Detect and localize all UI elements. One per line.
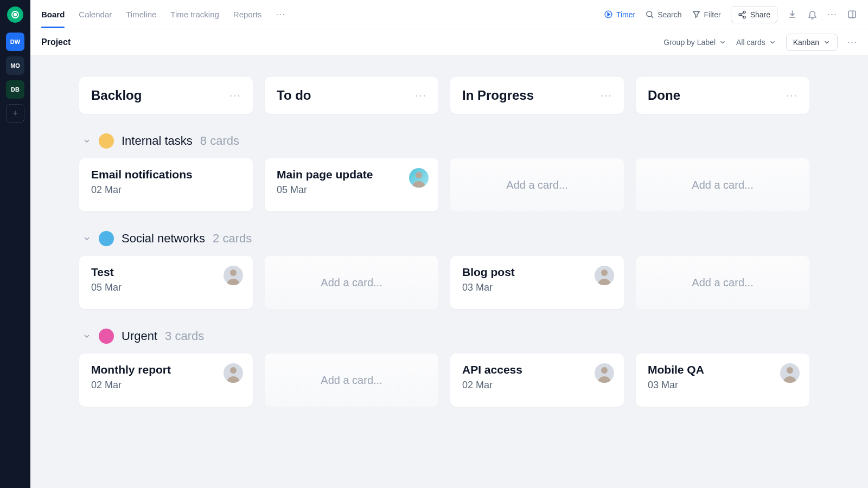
column-todo[interactable]: To do ··· [265, 77, 438, 114]
chevron-down-icon [719, 38, 726, 46]
chevron-down-icon [769, 38, 776, 46]
card-row: Test05 MarAdd a card...Blog post03 MarAd… [79, 256, 819, 309]
tab-calendar[interactable]: Calendar [79, 1, 112, 28]
filter-icon [692, 10, 701, 19]
column-title: In Progress [462, 88, 534, 103]
play-circle-icon [604, 10, 613, 19]
card[interactable]: Test05 Mar [79, 256, 253, 309]
filter-label: Filter [704, 10, 721, 19]
tab-board[interactable]: Board [41, 1, 65, 28]
cards-filter-select[interactable]: All cards [736, 38, 776, 47]
notifications-button[interactable] [807, 9, 818, 20]
assignee-avatar[interactable] [595, 363, 614, 383]
topbar: Board Calendar Timeline Time tracking Re… [30, 0, 868, 29]
group: Social networks2 cardsTest05 MarAdd a ca… [79, 231, 819, 309]
board-area: Backlog ··· To do ··· In Progress ··· Do… [30, 55, 868, 488]
column-menu-icon[interactable]: ··· [415, 88, 426, 102]
column-menu-icon[interactable]: ··· [601, 88, 612, 102]
timer-label: Timer [616, 10, 635, 19]
assignee-avatar[interactable] [409, 168, 429, 188]
download-icon [787, 9, 797, 20]
group-by-label: Group by Label [663, 38, 716, 47]
column-headers: Backlog ··· To do ··· In Progress ··· Do… [79, 77, 819, 114]
chevron-down-icon[interactable] [82, 332, 91, 341]
group-header[interactable]: Social networks2 cards [79, 231, 819, 246]
view-select[interactable]: Kanban [786, 34, 838, 51]
group-color-dot [99, 329, 114, 344]
card-date: 03 Mar [462, 282, 612, 293]
share-label: Share [750, 10, 770, 19]
group-header[interactable]: Urgent3 cards [79, 329, 819, 344]
subbar-right: Group by Label All cards Kanban ··· [663, 34, 857, 51]
svg-rect-7 [848, 11, 856, 18]
tab-time-tracking[interactable]: Time tracking [170, 1, 219, 28]
assignee-avatar[interactable] [224, 266, 243, 285]
tab-timeline[interactable]: Timeline [126, 1, 156, 28]
add-workspace-button[interactable]: + [6, 104, 24, 123]
group-color-dot [99, 231, 114, 246]
chevron-down-icon [823, 38, 831, 46]
tabs-more-icon[interactable]: ··· [276, 9, 285, 20]
column-in-progress[interactable]: In Progress ··· [450, 77, 624, 114]
card-title: Mobile QA [648, 363, 797, 376]
group-name: Social networks [122, 232, 205, 246]
group-name: Internal tasks [122, 134, 193, 148]
column-done[interactable]: Done ··· [636, 77, 809, 114]
card[interactable]: API access02 Mar [450, 354, 624, 407]
add-card-button[interactable]: Add a card... [636, 158, 809, 211]
card-date: 05 Mar [91, 282, 241, 293]
share-button[interactable]: Share [731, 6, 777, 23]
group-header[interactable]: Internal tasks8 cards [79, 133, 819, 149]
card-row: Email notifications02 MarMain page updat… [79, 158, 819, 211]
svg-point-12 [601, 367, 608, 374]
assignee-avatar[interactable] [780, 363, 800, 383]
assignee-avatar[interactable] [224, 363, 243, 383]
card[interactable]: Blog post03 Mar [450, 256, 624, 309]
card[interactable]: Monthly report02 Mar [79, 354, 253, 407]
card-date: 05 Mar [277, 184, 426, 196]
search-button[interactable]: Search [645, 10, 681, 19]
svg-point-13 [787, 367, 793, 374]
card-title: API access [462, 363, 612, 376]
svg-point-3 [647, 11, 652, 17]
share-icon [738, 10, 746, 19]
sidebar: DW MO DB + [0, 0, 30, 488]
card-date: 02 Mar [91, 184, 241, 196]
column-menu-icon[interactable]: ··· [786, 88, 797, 102]
panel-toggle-button[interactable] [847, 9, 857, 20]
group-count: 3 cards [165, 329, 204, 343]
add-card-button[interactable]: Add a card... [450, 158, 624, 211]
group: Internal tasks8 cardsEmail notifications… [79, 133, 819, 211]
add-card-button[interactable]: Add a card... [265, 256, 438, 309]
column-backlog[interactable]: Backlog ··· [79, 77, 253, 114]
workspace-dw[interactable]: DW [6, 33, 24, 51]
add-card-button[interactable]: Add a card... [265, 354, 438, 407]
app-logo[interactable] [7, 7, 23, 23]
subbar-more-button[interactable]: ··· [847, 36, 857, 48]
card[interactable]: Main page update05 Mar [265, 158, 438, 211]
workspace-db[interactable]: DB [6, 80, 24, 99]
chevron-down-icon[interactable] [82, 137, 91, 145]
card[interactable]: Mobile QA03 Mar [636, 354, 809, 407]
project-title[interactable]: Project [41, 37, 71, 47]
group-color-dot [99, 133, 114, 149]
card-row: Monthly report02 MarAdd a card...API acc… [79, 354, 819, 407]
add-card-button[interactable]: Add a card... [636, 256, 809, 309]
card[interactable]: Email notifications02 Mar [79, 158, 253, 211]
workspace-mo[interactable]: MO [6, 56, 24, 75]
dots-icon: ··· [827, 9, 837, 20]
filter-button[interactable]: Filter [692, 10, 721, 19]
download-button[interactable] [787, 9, 797, 20]
group-by-select[interactable]: Group by Label [663, 38, 726, 47]
column-menu-icon[interactable]: ··· [229, 88, 241, 102]
topbar-right: Timer Search Filter Share ··· [604, 6, 857, 23]
column-title: Done [648, 88, 680, 103]
card-title: Main page update [277, 168, 426, 181]
timer-button[interactable]: Timer [604, 10, 635, 19]
column-title: To do [277, 88, 311, 103]
more-button[interactable]: ··· [827, 9, 837, 20]
main: Board Calendar Timeline Time tracking Re… [30, 0, 868, 488]
chevron-down-icon[interactable] [82, 234, 91, 243]
tab-reports[interactable]: Reports [233, 1, 262, 28]
assignee-avatar[interactable] [595, 266, 614, 285]
